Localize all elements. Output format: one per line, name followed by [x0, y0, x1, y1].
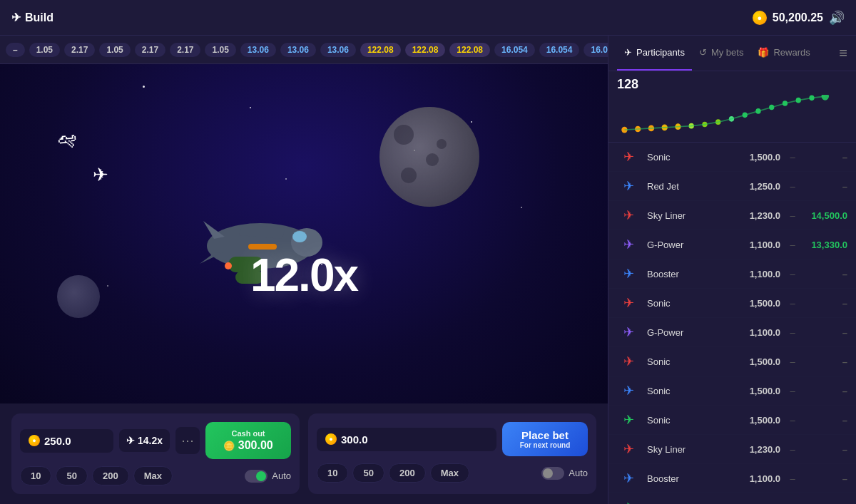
participant-name: Sky Liner [647, 444, 734, 455]
auto-toggle-right[interactable]: Auto [541, 467, 588, 480]
participant-dash: – [788, 298, 798, 309]
participant-win: – [805, 327, 847, 338]
tab-label-1: My bets [711, 47, 744, 58]
participant-name: Sonic [647, 386, 734, 396]
bet-amount-value-right: 300.0 [341, 433, 368, 446]
participant-win: – [805, 298, 847, 309]
ticker-item: 13.06 [280, 43, 316, 57]
place-bet-button[interactable]: Place bet For next round [502, 422, 588, 456]
bet-amount-left[interactable]: ● 250.0 [20, 429, 113, 453]
participant-avatar: ✈ [617, 411, 640, 429]
coin-icon-left: ● [29, 435, 40, 446]
quick-bet-50-left[interactable]: 50 [56, 466, 87, 485]
place-bet-label: Place bet [521, 429, 569, 441]
participant-dash: – [788, 473, 798, 484]
ticker-item: 2.17 [170, 43, 200, 57]
participant-win: – [805, 269, 847, 279]
ticker-item: 2.17 [135, 43, 165, 57]
right-tab-rewards[interactable]: 🎁Rewards [750, 36, 817, 71]
app-title: Build [25, 11, 54, 24]
participant-win: 14,500.0 [805, 210, 847, 221]
participant-dash: – [788, 181, 798, 192]
main-content: –1.052.171.052.172.171.0513.0613.0613.06… [0, 36, 856, 504]
multiplier-ticker: –1.052.171.052.172.171.0513.0613.0613.06… [0, 36, 608, 64]
ticker-item: 122.08 [360, 43, 401, 57]
participant-win: 13,330.0 [805, 240, 847, 250]
participant-avatar: ✈ [617, 498, 640, 504]
ticker-item: 16.054 [539, 43, 580, 57]
auto-toggle-left[interactable]: Auto [245, 470, 291, 483]
bet-amount-right[interactable]: ● 300.0 [317, 428, 496, 451]
quick-bet-max-left[interactable]: Max [133, 466, 173, 485]
participant-row: ✈ Sonic 1,500.0 – – [608, 406, 856, 435]
left-panel: –1.052.171.052.172.171.0513.0613.0613.06… [0, 36, 608, 504]
ticker-item: 1.05 [99, 43, 130, 57]
quick-bet-200-left[interactable]: 200 [92, 466, 129, 485]
participant-bet: 1,230.0 [741, 210, 780, 221]
svg-rect-4 [225, 262, 232, 269]
participant-avatar: ✈ [617, 352, 640, 371]
participant-avatar: ✈ [617, 381, 640, 400]
header-left: ✈ Build [11, 11, 54, 24]
participant-avatar: ✈ [617, 148, 640, 166]
tab-label-2: Rewards [773, 47, 810, 58]
participant-dash: – [788, 269, 798, 279]
toggle-knob-right [543, 468, 553, 478]
quick-bet-50-right[interactable]: 50 [352, 463, 384, 483]
ticker-item: 1.05 [29, 43, 60, 57]
participant-row: ✈ Sonic 1,500.0 – – [608, 376, 856, 406]
chart-label: 128 [617, 77, 847, 92]
auto-toggle-switch-left[interactable] [245, 470, 268, 483]
cash-out-button[interactable]: Cash out 🪙 300.00 [205, 422, 291, 459]
svg-point-8 [292, 231, 307, 242]
quick-bet-10-left[interactable]: 10 [20, 466, 51, 485]
bet-multiplier-left[interactable]: ✈ 14.2x [119, 429, 170, 452]
participant-avatar: ✈ [617, 177, 640, 195]
participant-row: ✈ Sky Liner 1,230.0 – – [608, 435, 856, 464]
quick-bets-right: 10 50 200 Max Auto [317, 463, 588, 483]
more-options-left[interactable]: ⋯ [175, 427, 200, 454]
bet-panel-right: ● 300.0 Place bet For next round 10 50 2… [308, 413, 596, 494]
coin-icon: ● [753, 11, 767, 25]
participant-dash: – [788, 415, 798, 426]
participant-win: – [805, 356, 847, 367]
ticker-item: – [6, 43, 25, 57]
auto-label-right: Auto [569, 468, 588, 478]
moon-decoration [379, 107, 479, 207]
participant-avatar: ✈ [617, 440, 640, 458]
quick-bet-max-right[interactable]: Max [430, 463, 469, 483]
participant-bet: 1,500.0 [741, 152, 780, 163]
header: ✈ Build ● 50,200.25 🔊 [0, 0, 856, 36]
participant-row: ✈ Sonic 1,500.0 – – [608, 143, 856, 172]
sound-icon[interactable]: 🔊 [829, 10, 845, 26]
participant-row: ✈ Red Jet 1,250.0 – – [608, 172, 856, 201]
game-area: 🛩 ✈ [0, 64, 608, 403]
ticker-item: 13.06 [240, 43, 276, 57]
quick-bet-10-right[interactable]: 10 [317, 463, 348, 483]
ticker-item: 16.054 [494, 43, 535, 57]
participant-row: ✈ Sonic 1,500.0 – – [608, 289, 856, 318]
chart-svg [617, 95, 847, 138]
participant-bet: 1,100.0 [741, 269, 780, 279]
bet-controls: ● 250.0 ✈ 14.2x ⋯ Cash out 🪙 300.00 [0, 403, 608, 504]
right-panel: ✈Participants↺My bets🎁Rewards≡ 128 [608, 36, 856, 504]
coin-icon-right: ● [325, 433, 337, 445]
participant-row: ✈ G-Power 1,100.0 – – [608, 318, 856, 347]
menu-button[interactable]: ≡ [839, 45, 847, 61]
participant-name: Sonic [647, 298, 734, 309]
participant-avatar: ✈ [617, 323, 640, 341]
bet-panel-left: ● 250.0 ✈ 14.2x ⋯ Cash out 🪙 300.00 [11, 413, 300, 494]
right-tab-my-bets[interactable]: ↺My bets [692, 36, 751, 71]
ticker-item: 2.17 [64, 43, 95, 57]
participant-bet: 1,250.0 [741, 181, 780, 192]
right-tab-participants[interactable]: ✈Participants [617, 36, 692, 71]
participant-bet: 1,230.0 [741, 444, 780, 455]
svg-marker-6 [203, 221, 225, 239]
ticker-item: 1.05 [205, 43, 235, 57]
participant-bet: 1,100.0 [741, 240, 780, 250]
participant-name: Sonic [647, 152, 734, 163]
plane-purple: 🛩 [56, 128, 78, 153]
quick-bet-200-right[interactable]: 200 [389, 463, 426, 483]
auto-toggle-switch-right[interactable] [541, 467, 564, 480]
bet-amount-value-left: 250.0 [44, 435, 71, 447]
